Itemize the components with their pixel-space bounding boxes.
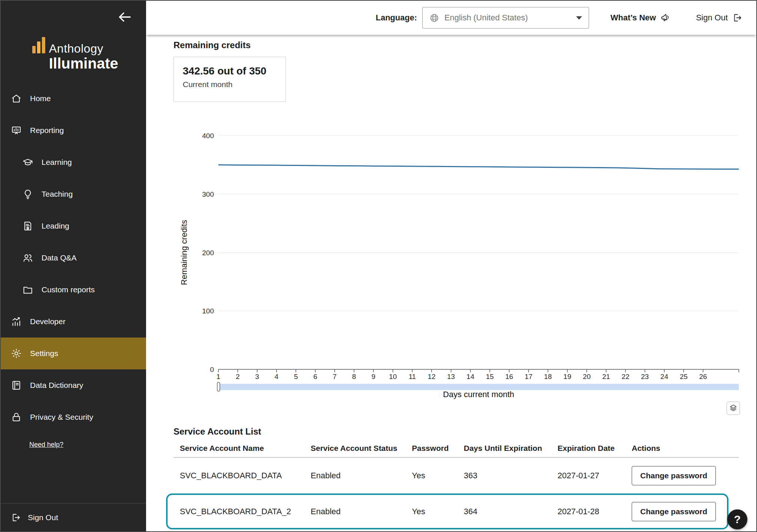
sidebar-item-leading[interactable]: Leading	[1, 210, 146, 242]
teaching-icon	[22, 189, 33, 200]
cell-expiration-date: 2027-01-28	[558, 507, 632, 516]
sidebar-item-label: Data Dictionary	[30, 381, 83, 390]
brand-name-line1: Anthology	[49, 43, 103, 54]
sidebar-item-label: Data Q&A	[42, 253, 77, 262]
topbar-sign-out[interactable]: Sign Out	[696, 13, 743, 23]
sidebar-item-data-q-a[interactable]: Data Q&A	[1, 242, 146, 274]
credits-caption: Current month	[183, 80, 277, 89]
cell-password: Yes	[412, 507, 464, 516]
remaining-credits-title: Remaining credits	[173, 40, 251, 50]
language-selected-value: English (United States)	[444, 13, 528, 23]
y-tick-label: 200	[202, 249, 214, 257]
cell-days-until-expiration: 364	[464, 507, 558, 516]
custom-reports-icon	[22, 284, 33, 295]
column-header-actions: Actions	[632, 444, 739, 453]
data-dictionary-icon	[11, 380, 22, 391]
column-header-password: Password	[412, 444, 464, 453]
x-axis-title: Days current month	[443, 390, 514, 399]
y-tick-label: 300	[202, 190, 214, 198]
cell-service-account-name: SVC_BLACKBOARD_DATA_2	[180, 507, 311, 516]
learning-icon	[22, 157, 33, 168]
x-tick-label: 4	[275, 373, 279, 380]
column-header-expiration-date: Expiration Date	[558, 444, 632, 453]
sidebar-item-learning[interactable]: Learning	[1, 146, 146, 178]
service-account-table: Service Account NameService Account Stat…	[173, 439, 739, 529]
cell-days-until-expiration: 363	[464, 471, 558, 481]
sidebar-item-label: Developer	[30, 317, 66, 326]
sidebar-item-privacy-security[interactable]: Privacy & Security	[1, 401, 146, 433]
layers-icon	[729, 404, 737, 413]
change-password-button[interactable]: Change password	[632, 466, 716, 485]
sidebar-item-developer[interactable]: Developer	[1, 306, 146, 338]
table-header-row: Service Account NameService Account Stat…	[173, 439, 739, 458]
x-tick-label: 18	[544, 373, 552, 380]
table-row-highlighted: SVC_BLACKBOARD_DATA_2EnabledYes3642027-0…	[173, 493, 739, 529]
x-tick-label: 13	[447, 373, 455, 380]
sidebar-item-label: Reporting	[30, 126, 64, 135]
y-tick-label: 100	[202, 307, 214, 315]
cell-service-account-name: SVC_BLACKBOARD_DATA	[180, 471, 311, 481]
y-tick-label: 400	[202, 132, 214, 140]
x-tick-label: 22	[622, 373, 629, 380]
x-tick-label: 23	[641, 373, 649, 380]
y-tick-label: 0	[210, 366, 214, 373]
sidebar-item-label: Home	[30, 94, 51, 103]
x-tick-label: 19	[563, 373, 571, 380]
home-icon	[11, 93, 22, 104]
chart-range-brush[interactable]	[218, 384, 739, 390]
x-tick-label: 20	[583, 373, 591, 380]
brand-logo: Anthology Illuminate	[32, 37, 118, 72]
anthology-bars-icon	[32, 37, 45, 54]
sidebar-item-teaching[interactable]: Teaching	[1, 178, 146, 210]
cell-actions: Change password	[632, 502, 739, 521]
sidebar-item-home[interactable]: Home	[1, 83, 146, 114]
privacy-security-icon	[11, 412, 22, 423]
sign-out-icon	[732, 13, 743, 23]
x-tick-label: 3	[255, 373, 259, 380]
remaining-credits-chart: 0100200300400123456789101112131415161718…	[179, 127, 746, 403]
sidebar-item-reporting[interactable]: Reporting	[1, 114, 146, 146]
x-tick-label: 24	[660, 373, 668, 380]
sign-out-icon	[11, 512, 21, 523]
chart-brush-handle[interactable]	[217, 382, 220, 391]
app-root: Anthology Illuminate HomeReportingLearni…	[0, 0, 757, 532]
x-tick-label: 14	[466, 373, 475, 380]
reporting-icon	[11, 125, 22, 136]
sidebar-item-label: Settings	[30, 349, 58, 358]
need-help-link[interactable]: Need help?	[29, 441, 63, 449]
sidebar-item-label: Learning	[42, 158, 72, 167]
sidebar-footer: Sign Out	[1, 503, 146, 531]
megaphone-icon	[660, 13, 671, 23]
sidebar-item-custom-reports[interactable]: Custom reports	[1, 274, 146, 306]
sidebar-sign-out[interactable]: Sign Out	[1, 512, 58, 523]
topbar: Language: English (United States) What’s…	[146, 1, 756, 35]
x-tick-label: 12	[428, 373, 436, 380]
language-dropdown[interactable]: English (United States)	[422, 7, 589, 29]
x-tick-label: 7	[333, 373, 337, 380]
cell-expiration-date: 2027-01-27	[558, 471, 632, 481]
cell-password: Yes	[412, 471, 464, 481]
x-tick-label: 26	[699, 373, 707, 380]
main-content: Remaining credits 342.56 out of 350 Curr…	[146, 35, 756, 531]
chart-options-button[interactable]	[727, 402, 740, 415]
sidebar-item-data-dictionary[interactable]: Data Dictionary	[1, 369, 146, 401]
collapse-sidebar-button[interactable]	[116, 10, 133, 24]
help-button[interactable]: ?	[727, 509, 747, 529]
change-password-button[interactable]: Change password	[632, 502, 716, 521]
x-tick-label: 10	[389, 373, 397, 380]
credits-value: 342.56 out of 350	[183, 65, 277, 77]
x-tick-label: 5	[294, 373, 298, 380]
sidebar-item-settings[interactable]: Settings	[1, 338, 146, 369]
x-tick-label: 21	[602, 373, 610, 380]
whats-new-link[interactable]: What’s New	[611, 13, 671, 23]
sidebar: Anthology Illuminate HomeReportingLearni…	[1, 1, 146, 531]
chevron-down-icon	[576, 16, 582, 20]
credits-summary-card: 342.56 out of 350 Current month	[173, 57, 286, 102]
whats-new-label: What’s New	[611, 13, 656, 23]
x-tick-label: 11	[409, 373, 416, 380]
table-body: SVC_BLACKBOARD_DATAEnabledYes3632027-01-…	[173, 458, 739, 529]
x-tick-label: 2	[236, 373, 240, 380]
cell-service-account-status: Enabled	[311, 471, 412, 481]
x-tick-label: 1	[216, 373, 221, 380]
sidebar-item-label: Privacy & Security	[30, 413, 93, 422]
